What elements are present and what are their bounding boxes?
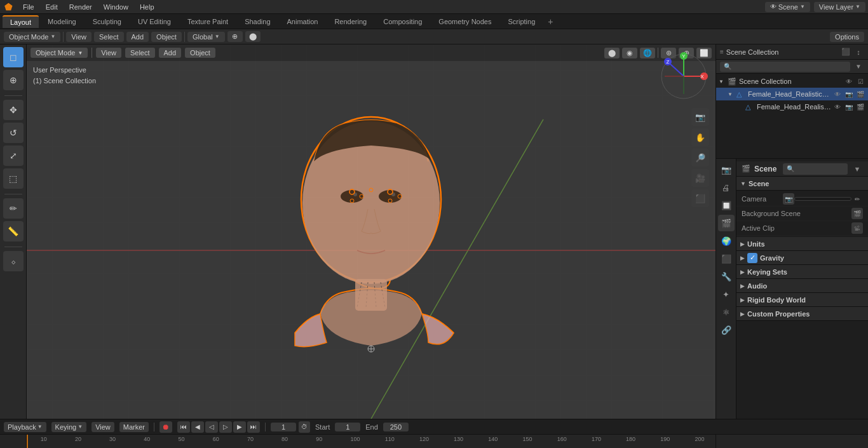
- prop-modifier-icon[interactable]: 🔧: [718, 268, 735, 285]
- camera-btn2[interactable]: 🎥: [691, 169, 709, 187]
- add-workspace-button[interactable]: +: [544, 15, 557, 28]
- prop-view-layer-icon[interactable]: 🔲: [718, 197, 735, 214]
- timeline-view-menu[interactable]: View: [92, 422, 114, 432]
- hand-tool-btn[interactable]: ✋: [691, 128, 709, 146]
- tab-shading[interactable]: Shading: [237, 16, 278, 27]
- active-clip-icon-btn[interactable]: 📽: [851, 222, 863, 234]
- viewport-shading-render[interactable]: 🌐: [640, 48, 655, 58]
- outliner-row-female-head-sub[interactable]: △ Female_Head_Realistic_/ 👁 📷 🎬: [716, 100, 868, 113]
- tab-layout[interactable]: Layout: [3, 15, 39, 28]
- tab-geometry-nodes[interactable]: Geometry Nodes: [431, 16, 499, 27]
- timeline-ruler[interactable]: 10 20 30 40 50 60 70 80 90 100 110 120 1…: [27, 435, 715, 448]
- zoom-btn[interactable]: 🔎: [691, 149, 709, 166]
- tool-add-cube[interactable]: ⬦: [3, 251, 24, 271]
- play-btn[interactable]: ▷: [219, 421, 232, 433]
- next-frame-btn[interactable]: ▶: [233, 421, 246, 433]
- viewport-shading-solid[interactable]: ⬤: [604, 48, 620, 58]
- viewport-object-menu[interactable]: Object: [185, 48, 215, 58]
- outliner-sort-btn[interactable]: ↕: [853, 46, 864, 58]
- tab-animation[interactable]: Animation: [280, 16, 326, 27]
- object-menu[interactable]: Object: [151, 32, 182, 42]
- camera-view-btn[interactable]: 📷: [691, 108, 709, 126]
- section-custom-props-header[interactable]: ▶ Custom Properties: [736, 307, 868, 321]
- view-menu[interactable]: View: [66, 32, 92, 42]
- section-units-header[interactable]: ▶ Units: [736, 237, 868, 251]
- tool-select[interactable]: ◻: [3, 47, 24, 67]
- menu-render[interactable]: Render: [64, 2, 97, 12]
- prop-physics-icon[interactable]: ⚛: [718, 304, 735, 320]
- 3d-model[interactable]: [263, 98, 479, 366]
- tool-annotate[interactable]: ✏: [3, 198, 24, 219]
- ol-eye-icon[interactable]: 👁: [844, 76, 854, 86]
- frame-start-input[interactable]: 1: [335, 423, 360, 431]
- tool-scale[interactable]: ⤢: [3, 146, 24, 166]
- ol-exclude-icon[interactable]: ☑: [855, 76, 865, 86]
- tool-measure[interactable]: 📏: [3, 221, 24, 241]
- view-layer-selector[interactable]: View Layer ▼: [814, 2, 865, 12]
- camera-icon-btn[interactable]: 📷: [783, 193, 794, 205]
- blender-logo[interactable]: ⬟: [3, 1, 14, 13]
- prop-world-icon[interactable]: 🌍: [718, 233, 735, 249]
- prev-frame-btn[interactable]: ◀: [191, 421, 204, 433]
- 3d-viewport[interactable]: Object Mode ▼ View Select Add Object ⬤ ◉…: [27, 44, 715, 419]
- frame-end-input[interactable]: 250: [383, 423, 409, 431]
- menu-edit[interactable]: Edit: [41, 2, 63, 12]
- tool-cursor[interactable]: ⊕: [3, 70, 24, 90]
- outliner-search-input[interactable]: 🔍: [720, 62, 850, 72]
- tab-compositing[interactable]: Compositing: [376, 16, 430, 27]
- playback-menu[interactable]: Playback ▼: [4, 422, 46, 432]
- section-rigid-body-header[interactable]: ▶ Rigid Body World: [736, 293, 868, 307]
- outliner-filter-icon[interactable]: ▼: [853, 61, 864, 72]
- transform-selector[interactable]: Global ▼: [187, 32, 225, 42]
- props-search[interactable]: 🔍: [783, 163, 848, 175]
- viewport-gizmo-widget[interactable]: X Y Z: [658, 51, 709, 102]
- section-keying-header[interactable]: ▶ Keying Sets: [736, 265, 868, 279]
- prop-scene-icon[interactable]: 🎬: [718, 215, 735, 231]
- scene-selector[interactable]: 👁 Scene ▼: [765, 2, 810, 12]
- ol-eye-icon-3[interactable]: 👁: [832, 102, 843, 112]
- prop-object-icon[interactable]: ⬛: [718, 250, 735, 267]
- camera-edit-btn[interactable]: ✏: [851, 193, 863, 205]
- timeline-ruler-row[interactable]: 10 20 30 40 50 60 70 80 90 100 110 120 1…: [0, 434, 868, 448]
- props-filter-btn[interactable]: ▼: [851, 163, 863, 175]
- marker-menu[interactable]: Marker: [119, 422, 149, 432]
- skip-to-start-btn[interactable]: ⏮: [177, 421, 190, 433]
- snap-toggle[interactable]: ⊕: [227, 31, 243, 42]
- timeline-clock-btn[interactable]: ⏱: [299, 421, 310, 433]
- gravity-checkbox[interactable]: ✓: [747, 253, 757, 263]
- viewport-shading-material[interactable]: ◉: [622, 48, 637, 58]
- outliner-row-scene-collection[interactable]: ▼ 🎬 Scene Collection 👁 ☑: [716, 75, 868, 88]
- tab-texture-paint[interactable]: Texture Paint: [180, 16, 236, 27]
- tool-move[interactable]: ✥: [3, 100, 24, 120]
- play-reverse-btn[interactable]: ◁: [205, 421, 218, 433]
- prop-render-icon[interactable]: 📷: [718, 161, 735, 178]
- ol-render-icon[interactable]: 🎬: [855, 89, 865, 99]
- tab-sculpting[interactable]: Sculpting: [85, 16, 129, 27]
- tab-rendering[interactable]: Rendering: [327, 16, 374, 27]
- tool-transform[interactable]: ⬚: [3, 168, 24, 189]
- section-scene-header[interactable]: ▼ Scene: [736, 177, 868, 191]
- tab-uv-editing[interactable]: UV Editing: [130, 16, 179, 27]
- tab-scripting[interactable]: Scripting: [500, 16, 543, 27]
- viewport-view-menu[interactable]: View: [96, 48, 121, 58]
- ol-render-icon-2[interactable]: 🎬: [855, 102, 865, 112]
- ol-camera-icon-2[interactable]: 📷: [844, 102, 854, 112]
- skip-to-end-btn[interactable]: ⏭: [247, 421, 260, 433]
- ol-eye-icon-2[interactable]: 👁: [832, 89, 843, 99]
- tab-modeling[interactable]: Modeling: [40, 16, 84, 27]
- viewport-mode-menu[interactable]: Object Mode ▼: [31, 48, 88, 58]
- prop-particles-icon[interactable]: ✦: [718, 286, 735, 302]
- current-frame-input[interactable]: 1: [271, 423, 296, 431]
- camera-value[interactable]: [794, 197, 851, 201]
- menu-file[interactable]: File: [18, 2, 39, 12]
- menu-help[interactable]: Help: [135, 2, 159, 12]
- outliner-filter-btn[interactable]: ⬛: [840, 46, 851, 58]
- proportional-edit[interactable]: ⬤: [245, 31, 261, 42]
- options-button[interactable]: Options: [830, 32, 864, 42]
- keying-menu[interactable]: Keying ▼: [51, 422, 87, 432]
- section-gravity-header[interactable]: ▶ ✓ Gravity: [736, 251, 868, 265]
- tool-rotate[interactable]: ↺: [3, 123, 24, 143]
- menu-window[interactable]: Window: [98, 2, 133, 12]
- prop-constraints-icon[interactable]: 🔗: [718, 322, 735, 338]
- mode-selector[interactable]: Object Mode ▼: [4, 32, 60, 42]
